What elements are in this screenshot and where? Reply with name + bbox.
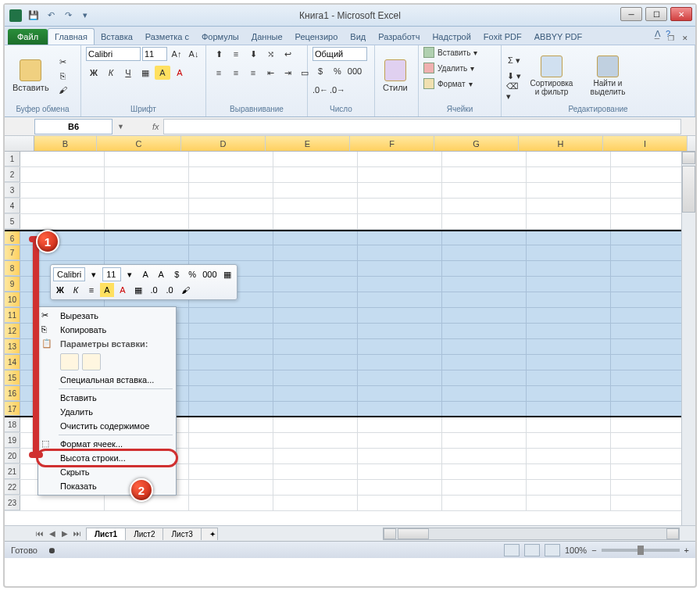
cell[interactable]	[20, 496, 105, 510]
tab-insert[interactable]: Вставка	[95, 29, 139, 45]
cm-delete[interactable]: Удалить	[38, 405, 176, 419]
cell[interactable]	[358, 417, 442, 432]
tab-foxit[interactable]: Foxit PDF	[477, 29, 528, 45]
cell[interactable]	[273, 402, 358, 416]
cell[interactable]	[189, 231, 273, 245]
page-layout-view-icon[interactable]	[524, 544, 540, 556]
tab-addins[interactable]: Надстрой	[426, 29, 477, 45]
cell[interactable]	[189, 167, 273, 182]
qat-dropdown-icon[interactable]: ▾	[78, 9, 92, 23]
border-icon[interactable]: ▦	[138, 66, 153, 80]
clear-icon[interactable]: ⌫ ▾	[506, 84, 522, 98]
select-all-corner[interactable]	[5, 136, 34, 151]
align-right-icon[interactable]: ≡	[245, 66, 261, 80]
redo-icon[interactable]: ↷	[61, 9, 75, 23]
new-sheet-button[interactable]: ✦	[201, 528, 218, 540]
cell[interactable]	[273, 449, 358, 463]
mini-align-icon[interactable]: ≡	[84, 283, 98, 297]
row-header[interactable]: 11	[5, 308, 20, 323]
row-header[interactable]: 20	[5, 449, 20, 463]
bold-button[interactable]: Ж	[86, 66, 102, 80]
formula-input[interactable]	[163, 119, 681, 134]
row-header[interactable]: 23	[5, 496, 20, 510]
mini-shrink-icon[interactable]: A	[154, 267, 168, 281]
cell[interactable]	[20, 167, 105, 182]
cm-row-height[interactable]: Высота строки...	[38, 451, 176, 465]
cm-insert[interactable]: Вставить	[38, 391, 176, 405]
row-header[interactable]: 10	[5, 292, 20, 307]
cell[interactable]	[189, 339, 273, 354]
row-header[interactable]: 2	[5, 167, 20, 182]
tab-developer[interactable]: Разработч	[372, 29, 426, 45]
cell[interactable]	[358, 355, 442, 370]
align-bottom-icon[interactable]: ⬇	[245, 47, 261, 61]
doc-minimize-icon[interactable]: ─	[652, 34, 662, 43]
cell[interactable]	[527, 402, 611, 416]
cell[interactable]	[527, 183, 611, 198]
cell[interactable]	[273, 417, 358, 432]
cell[interactable]	[189, 417, 273, 432]
maximize-button[interactable]: ☐	[645, 7, 667, 21]
cell[interactable]	[527, 231, 611, 245]
cell[interactable]	[189, 370, 273, 385]
row-header[interactable]: 12	[5, 324, 20, 338]
cell[interactable]	[273, 480, 358, 495]
cell[interactable]	[442, 214, 527, 229]
cell[interactable]	[189, 214, 273, 229]
mini-percent-icon[interactable]: %	[185, 267, 199, 281]
row-header[interactable]: 4	[5, 199, 20, 213]
row-header[interactable]: 15	[5, 370, 20, 385]
col-header[interactable]: B	[34, 136, 97, 151]
cell[interactable]	[273, 308, 358, 323]
italic-button[interactable]: К	[103, 66, 119, 80]
row-header[interactable]: 17	[5, 402, 20, 416]
cell[interactable]	[273, 277, 358, 292]
row-header[interactable]: 6	[5, 231, 20, 245]
cell[interactable]	[358, 308, 442, 323]
mini-comma-icon[interactable]: 000	[201, 267, 218, 281]
mini-incdec-icon[interactable]: .0	[147, 283, 161, 297]
cell[interactable]	[527, 449, 611, 463]
cell[interactable]	[189, 308, 273, 323]
fill-color-icon[interactable]: A	[155, 66, 170, 80]
name-box[interactable]: B6	[34, 119, 112, 134]
tab-view[interactable]: Вид	[344, 29, 372, 45]
find-select-button[interactable]: Найти и выделить	[581, 54, 634, 98]
cell[interactable]	[273, 214, 358, 229]
cm-copy[interactable]: ⎘ Копировать	[38, 323, 176, 337]
cell[interactable]	[442, 183, 527, 198]
cell[interactable]	[527, 433, 611, 448]
row-header[interactable]: 19	[5, 433, 20, 448]
cell[interactable]	[358, 231, 442, 245]
cell[interactable]	[442, 480, 527, 495]
paste-option-2[interactable]	[82, 353, 101, 370]
row-header[interactable]: 16	[5, 386, 20, 401]
col-header[interactable]: F	[350, 136, 434, 151]
cell[interactable]	[358, 386, 442, 401]
cell[interactable]	[527, 324, 611, 338]
cell[interactable]	[105, 245, 189, 260]
cell[interactable]	[273, 152, 358, 166]
row-header[interactable]: 21	[5, 464, 20, 479]
cell[interactable]	[273, 433, 358, 448]
grow-font-icon[interactable]: A↑	[169, 47, 184, 61]
cell[interactable]	[527, 339, 611, 354]
cell[interactable]	[358, 496, 442, 510]
cell[interactable]	[189, 324, 273, 338]
mini-italic-icon[interactable]: К	[69, 283, 83, 297]
font-name-select[interactable]	[86, 47, 141, 61]
cell[interactable]	[527, 261, 611, 276]
orientation-icon[interactable]: ⤭	[262, 47, 278, 61]
cell[interactable]	[273, 355, 358, 370]
cell[interactable]	[273, 386, 358, 401]
sheet-tab[interactable]: Лист1	[86, 528, 126, 540]
cell[interactable]	[358, 167, 442, 182]
cell[interactable]	[358, 277, 442, 292]
mini-grow-icon[interactable]: A	[138, 267, 152, 281]
cell[interactable]	[442, 152, 527, 166]
row-header[interactable]: 9	[5, 277, 20, 292]
cell[interactable]	[189, 496, 273, 510]
close-button[interactable]: ✕	[670, 7, 692, 21]
row-header[interactable]: 18	[5, 417, 20, 432]
tab-data[interactable]: Данные	[245, 29, 289, 45]
